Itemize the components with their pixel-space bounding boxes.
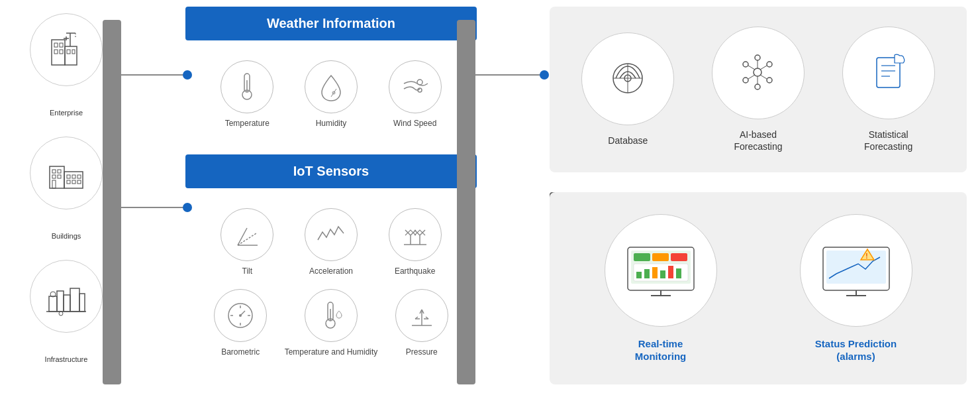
- pressure-circle: [395, 289, 448, 342]
- svg-rect-17: [52, 175, 56, 178]
- acceleration-circle: [305, 208, 358, 261]
- right-vertical-bar: [457, 20, 475, 384]
- temperature-item: Temperature: [220, 60, 273, 128]
- left-vertical-bar: [103, 20, 121, 384]
- buildings-icon: [46, 153, 86, 193]
- temp-humidity-circle: [305, 289, 358, 342]
- weather-box: Weather Information: [185, 7, 477, 40]
- svg-point-68: [743, 62, 748, 67]
- status-prediction-item: ! Status Prediction(alarms): [800, 214, 912, 363]
- wind-icon: [399, 70, 432, 103]
- earthquake-circle: [389, 208, 442, 261]
- svg-point-33: [59, 312, 63, 316]
- database-icon: [607, 57, 650, 100]
- pressure-label: Pressure: [406, 347, 438, 357]
- svg-rect-2: [54, 43, 58, 47]
- temp-humidity-item: Temperature and Humidity: [285, 289, 378, 357]
- tilt-circle: [220, 208, 273, 261]
- svg-point-72: [755, 55, 760, 60]
- svg-point-51: [239, 314, 242, 317]
- svg-line-38: [331, 89, 336, 97]
- barometric-item: Barometric: [214, 289, 267, 357]
- svg-rect-28: [64, 295, 70, 312]
- svg-line-75: [760, 66, 767, 70]
- barometric-label: Barometric: [221, 347, 260, 357]
- pressure-item: Pressure: [395, 289, 448, 357]
- buildings-label: Buildings: [52, 232, 81, 240]
- svg-rect-95: [676, 268, 681, 278]
- humidity-circle: [305, 60, 358, 113]
- connector-line-right: [475, 74, 542, 76]
- svg-line-76: [748, 75, 755, 79]
- realtime-monitoring-label: Real-timeMonitoring: [635, 337, 686, 363]
- svg-rect-21: [72, 175, 75, 178]
- svg-rect-25: [77, 180, 81, 184]
- monitor-screen-icon: [624, 244, 697, 297]
- svg-line-77: [760, 75, 767, 79]
- svg-rect-20: [67, 175, 70, 178]
- connector-dot-right: [540, 70, 549, 80]
- iot-box: IoT Sensors: [185, 154, 477, 188]
- center-section: Weather Information Temperature Hum: [185, 7, 477, 363]
- barometric-icon: [224, 299, 257, 332]
- tilt-icon: [232, 220, 262, 249]
- svg-rect-92: [652, 267, 658, 278]
- svg-rect-4: [54, 50, 58, 54]
- svg-rect-13: [50, 166, 64, 188]
- humidity-item: Humidity: [305, 60, 358, 128]
- right-top-section: Database AI-basedForecasting: [550, 7, 967, 172]
- earthquake-item: Earthquake: [389, 208, 442, 276]
- pressure-icon: [405, 299, 438, 332]
- svg-rect-1: [65, 46, 77, 65]
- wind-label: Wind Speed: [393, 119, 436, 128]
- svg-rect-16: [58, 170, 61, 173]
- svg-rect-93: [660, 270, 665, 278]
- database-item: Database: [581, 32, 674, 146]
- realtime-monitoring-item: Real-timeMonitoring: [605, 214, 717, 363]
- svg-text:!: !: [865, 253, 867, 260]
- connector-line-iot: [121, 207, 184, 208]
- svg-point-39: [417, 80, 422, 85]
- svg-rect-18: [58, 175, 61, 178]
- buildings-circle: [30, 137, 103, 209]
- svg-rect-91: [644, 269, 650, 278]
- iot-sensors-row1: Tilt Acceleration Earthqu: [185, 202, 477, 282]
- barometric-circle: [214, 289, 267, 342]
- wind-circle: [389, 60, 442, 113]
- realtime-monitoring-circle: [605, 214, 717, 327]
- iot-sensors-row2: Barometric Temperature and Humidity: [185, 282, 477, 363]
- svg-rect-15: [52, 170, 56, 173]
- earthquake-label: Earthquake: [395, 266, 435, 276]
- infrastructure-circle: [30, 260, 103, 333]
- statistical-icon: [867, 51, 910, 94]
- svg-rect-24: [72, 180, 75, 184]
- alarm-monitor-icon: !: [820, 244, 893, 297]
- infrastructure-icon: [46, 276, 86, 316]
- tilt-label: Tilt: [242, 266, 253, 276]
- thermometer-icon: [234, 70, 260, 103]
- database-label: Database: [608, 135, 648, 146]
- svg-rect-87: [652, 253, 669, 261]
- svg-rect-94: [668, 266, 673, 278]
- svg-line-74: [748, 66, 755, 70]
- humidity-label: Humidity: [316, 119, 347, 128]
- svg-rect-27: [57, 291, 64, 312]
- svg-rect-19: [52, 180, 56, 188]
- ai-forecasting-item: AI-basedForecasting: [712, 27, 805, 152]
- svg-point-73: [755, 84, 760, 89]
- statistical-forecasting-label: StatisticalForecasting: [864, 129, 912, 152]
- infrastructure-label: Infrastructure: [45, 355, 88, 363]
- ai-forecasting-label: AI-basedForecasting: [734, 129, 782, 152]
- enterprise-icon: [46, 30, 86, 70]
- enterprise-circle: [30, 13, 103, 86]
- statistical-forecasting-item: StatisticalForecasting: [842, 27, 935, 152]
- temp-humidity-icon: [317, 299, 346, 332]
- status-prediction-circle: !: [800, 214, 912, 327]
- acceleration-label: Acceleration: [309, 266, 353, 276]
- svg-rect-23: [67, 180, 70, 184]
- acceleration-item: Acceleration: [305, 208, 358, 276]
- svg-rect-86: [634, 253, 650, 261]
- wind-item: Wind Speed: [389, 60, 442, 128]
- humidity-icon: [317, 70, 346, 103]
- svg-point-70: [743, 78, 748, 83]
